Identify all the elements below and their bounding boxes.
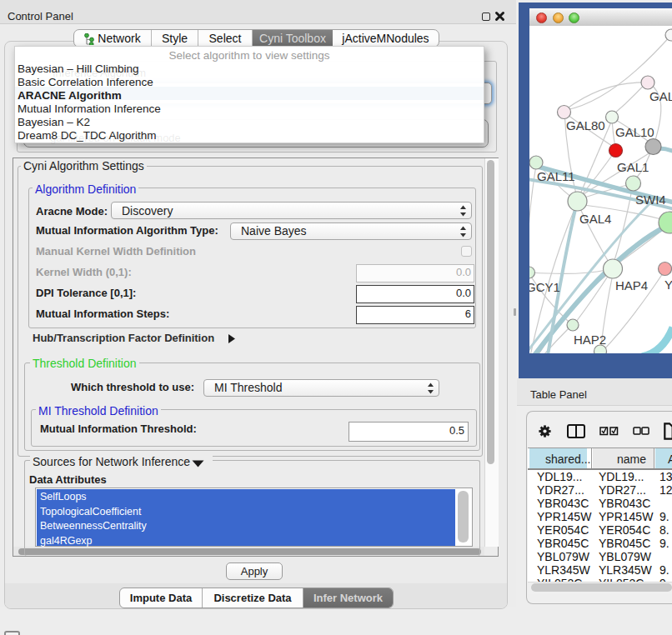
svg-text:GAL4: GAL4 [579, 212, 611, 226]
svg-text:GAL10: GAL10 [615, 125, 654, 139]
svg-text:Y: Y [664, 278, 672, 292]
svg-text:GCY1: GCY1 [529, 280, 560, 294]
svg-text:GAL1: GAL1 [617, 160, 649, 174]
svg-text:SWI4: SWI4 [635, 192, 666, 207]
svg-text:GAL7: GAL7 [649, 89, 672, 103]
svg-text:GAL11: GAL11 [537, 169, 575, 183]
svg-text:GAL80: GAL80 [566, 118, 605, 132]
svg-text:HAP2: HAP2 [574, 332, 606, 347]
svg-text:HAP4: HAP4 [615, 278, 648, 292]
